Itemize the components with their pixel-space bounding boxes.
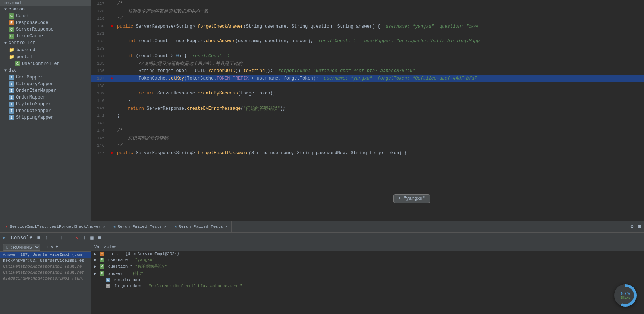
usercontroller-label: UserController bbox=[22, 61, 60, 66]
console-arrow-icon[interactable]: ↓ bbox=[82, 234, 87, 242]
var-item-answer[interactable]: ▶ P answer = "科比" bbox=[91, 270, 644, 277]
sidebar-item-const[interactable]: C Const bbox=[0, 13, 91, 19]
tab-serviceimpltest[interactable]: ◀ ServiceImplTest.testForgetCheckAnswer … bbox=[1, 221, 109, 232]
sidebar-group-dao[interactable]: ▼ dao bbox=[0, 67, 91, 74]
console-up2-icon[interactable]: ↑ bbox=[67, 234, 71, 242]
console-down-icon[interactable]: ↓ bbox=[51, 234, 56, 242]
code-content: 127 /* 128 校验提交问题答案是否和数据库中的一致 129 */ 130… bbox=[91, 0, 644, 157]
categorymapper-label: CategoryMapper bbox=[16, 81, 54, 87]
stack-item-1[interactable]: heckAnswer:93, UserServiceImplTes bbox=[0, 258, 91, 264]
stack-down-btn[interactable]: ↓ bbox=[46, 245, 48, 250]
tab-serviceimpltest-label: ServiceImplTest.testForgetCheckAnswer bbox=[10, 224, 101, 229]
payinfomapper-icon: I bbox=[9, 102, 14, 107]
var-name-forgettoken: forgetToken = "0efa12ee-dbcf-44df-bfa7-a… bbox=[112, 284, 242, 288]
var-expand-answer[interactable]: ▶ bbox=[94, 271, 97, 276]
tab-rerun2[interactable]: ◀ Rerun Failed Tests ✕ bbox=[170, 221, 232, 232]
progress-percent: 57% bbox=[621, 291, 630, 296]
console-stop-icon[interactable]: ✕ bbox=[74, 234, 79, 242]
sidebar: om.mmall ▼ common C Const E ResponseCode… bbox=[0, 0, 91, 221]
code-line-141: 141 return ServerResponse.createByErrorM… bbox=[91, 105, 644, 112]
progress-inner: 57% 0Kb/s bbox=[617, 287, 634, 304]
sidebar-item-portal[interactable]: 📁 portal bbox=[0, 53, 91, 60]
tab-rerun2-icon: ◀ bbox=[174, 224, 176, 229]
var-expand-question[interactable]: ▶ bbox=[94, 264, 97, 269]
console-menu-icon[interactable]: ≡ bbox=[36, 234, 41, 242]
var-expand-username[interactable]: ▶ bbox=[94, 258, 97, 262]
usercontroller-icon: C bbox=[15, 61, 20, 66]
var-icon-resultcount: o bbox=[106, 278, 110, 282]
stack-status-dropdown[interactable]: i...: RUNNING bbox=[3, 244, 40, 251]
variables-header: Variables bbox=[91, 243, 644, 251]
sidebar-group-mmall[interactable]: om.mmall bbox=[0, 0, 91, 6]
var-icon-answer: P bbox=[100, 271, 104, 276]
stack-filter-btn[interactable]: ⚬ bbox=[50, 245, 54, 250]
var-item-question[interactable]: ▶ P question = "你的偶像是谁?" bbox=[91, 263, 644, 270]
code-line-144: 144 /* bbox=[91, 127, 644, 134]
var-item-this[interactable]: ▶ ≡ this = {UserServiceImpl@3024} bbox=[91, 251, 644, 257]
var-item-forgettoken[interactable]: ≡ forgetToken = "0efa12ee-dbcf-44df-bfa7… bbox=[91, 283, 644, 289]
var-item-resultcount[interactable]: o resultCount = 1 bbox=[91, 277, 644, 283]
code-line-136: 136 String forgetToken = UUID.randomUUID… bbox=[91, 67, 644, 75]
stack-item-3[interactable]: NativeMethodAccessorImpl (sun.ref bbox=[0, 270, 91, 276]
console-lines-icon[interactable]: ≡ bbox=[97, 234, 102, 242]
sidebar-item-serverresponse[interactable]: C ServerResponse bbox=[0, 26, 91, 33]
tab-test-icon: ◀ bbox=[5, 224, 7, 229]
var-expand-this[interactable]: ▶ bbox=[94, 252, 97, 256]
sidebar-item-backend[interactable]: 📁 backend bbox=[0, 46, 91, 53]
portal-label: portal bbox=[16, 55, 32, 60]
code-line-129: 129 */ bbox=[91, 15, 644, 22]
code-editor[interactable]: 127 /* 128 校验提交问题答案是否和数据库中的一致 129 */ 130… bbox=[91, 0, 644, 221]
sidebar-item-productmapper[interactable]: I ProductMapper bbox=[0, 108, 91, 114]
sidebar-item-responsecode[interactable]: E ResponseCode bbox=[0, 19, 91, 26]
console-up-icon[interactable]: ↑ bbox=[44, 234, 48, 242]
cartmapper-label: CartMapper bbox=[16, 75, 43, 80]
sidebar-item-usercontroller[interactable]: C UserController bbox=[0, 60, 91, 67]
stack-item-4[interactable]: elegatingMethodAccessorImpl (sun. bbox=[0, 276, 91, 282]
sidebar-group-common[interactable]: ▼ common bbox=[0, 6, 91, 13]
payinfomapper-label: PayInfoMapper bbox=[16, 102, 51, 107]
console-label[interactable]: Console bbox=[10, 234, 34, 242]
sidebar-item-tokencache[interactable]: C TokenCache bbox=[0, 33, 91, 40]
sidebar-item-shippingmapper[interactable]: I ShippingMapper bbox=[0, 114, 91, 121]
console-grid-icon[interactable]: ▦ bbox=[89, 234, 94, 242]
sidebar-item-categorymapper[interactable]: I CategoryMapper bbox=[0, 81, 91, 87]
sidebar-item-payinfomapper[interactable]: I PayInfoMapper bbox=[0, 101, 91, 108]
stack-item-0[interactable]: Answer:137, UserServiceImpl (com bbox=[0, 252, 91, 258]
tab-rerun1-label: Rerun Failed Tests bbox=[117, 224, 162, 229]
tab-rerun1-close[interactable]: ✕ bbox=[164, 224, 166, 229]
code-line-140: 140 } bbox=[91, 97, 644, 105]
tab-rerun1[interactable]: ◀ Rerun Failed Tests ✕ bbox=[109, 221, 170, 232]
code-line-142: 142 } bbox=[91, 112, 644, 119]
main-area: om.mmall ▼ common C Const E ResponseCode… bbox=[0, 0, 644, 221]
code-line-139: 139 return ServerResponse.createBySucces… bbox=[91, 90, 644, 97]
code-line-145: 145 忘记密码的重设密码 bbox=[91, 134, 644, 142]
cartmapper-icon: I bbox=[9, 75, 14, 80]
tab-serviceimpltest-close[interactable]: ✕ bbox=[103, 224, 105, 229]
tabs-layout-icon[interactable]: ⊞ bbox=[637, 223, 643, 230]
mmall-label: om.mmall bbox=[4, 1, 24, 5]
var-name-username: username = "yangxu" bbox=[106, 258, 155, 262]
sidebar-item-orderitemmapper[interactable]: I OrderItemMapper bbox=[0, 87, 91, 94]
dao-label: dao bbox=[9, 68, 17, 73]
stack-toolbar: i...: RUNNING ↑ ↓ ⚬ + bbox=[0, 243, 91, 252]
tooltip-text: + "yangxu" bbox=[398, 196, 425, 201]
stack-item-1-text: heckAnswer:93, UserServiceImplTes bbox=[3, 258, 84, 263]
sidebar-item-ordermapper[interactable]: I OrderMapper bbox=[0, 94, 91, 101]
stack-item-2[interactable]: NativeMethodAccessorImpl (sun.re bbox=[0, 264, 91, 270]
sidebar-item-cartmapper[interactable]: I CartMapper bbox=[0, 74, 91, 81]
stack-add-btn[interactable]: + bbox=[55, 245, 58, 250]
tabs-settings-icon[interactable]: ⚙ bbox=[629, 223, 635, 230]
var-item-username[interactable]: ▶ P username = "yangxu" bbox=[91, 257, 644, 263]
var-name-question: question = "你的偶像是谁?" bbox=[106, 264, 167, 269]
code-line-128: 128 校验提交问题答案是否和数据库中的一致 bbox=[91, 7, 644, 15]
sidebar-group-controller[interactable]: ▼ controller bbox=[0, 40, 91, 46]
stack-up-btn[interactable]: ↑ bbox=[42, 245, 44, 250]
tab-rerun2-close[interactable]: ✕ bbox=[225, 224, 227, 229]
productmapper-label: ProductMapper bbox=[16, 108, 51, 114]
common-expand-icon: ▼ bbox=[4, 7, 7, 12]
var-name-this: this = {UserServiceImpl@3024} bbox=[106, 252, 179, 256]
code-line-137: 137 ● TokenCache.setKey(TokenCache.TOKEN… bbox=[91, 75, 644, 82]
code-line-130: 130 ● public ServerResponse<String> forg… bbox=[91, 22, 644, 30]
console-down2-icon[interactable]: ↓ bbox=[59, 234, 64, 242]
shippingmapper-label: ShippingMapper bbox=[16, 115, 54, 120]
